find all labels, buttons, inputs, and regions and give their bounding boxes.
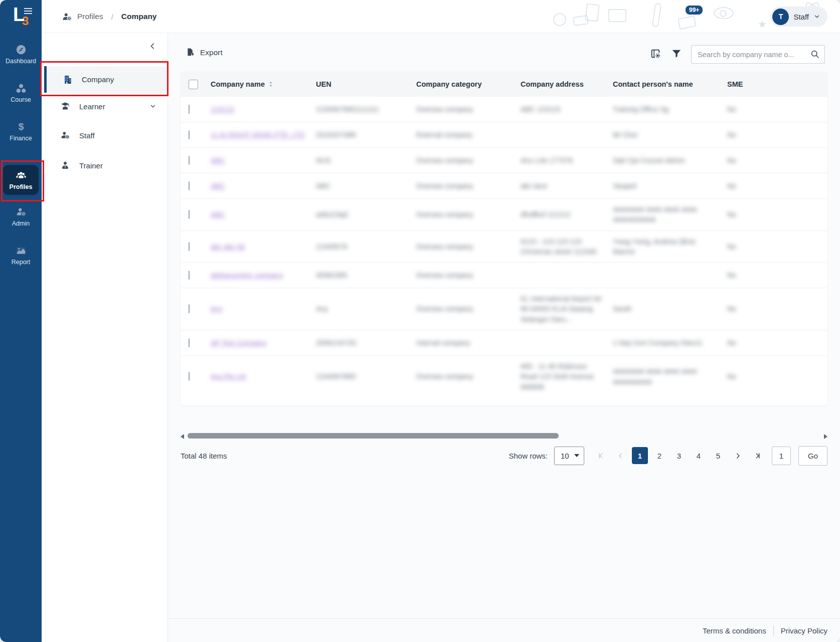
graduate-icon bbox=[60, 101, 70, 111]
app-logo[interactable]: L 3 bbox=[0, 0, 42, 33]
compass-icon bbox=[16, 44, 27, 55]
sidebar-item-finance[interactable]: $ Finance bbox=[0, 121, 42, 142]
svg-text:$: $ bbox=[18, 121, 24, 132]
avatar: T bbox=[772, 9, 789, 25]
scroll-left-arrow[interactable] bbox=[181, 434, 184, 439]
company-name-link[interactable]: Ara Pte Ltd bbox=[211, 372, 246, 380]
company-name-link[interactable]: 123123 bbox=[211, 105, 234, 113]
user-role-label: Staff bbox=[793, 13, 809, 21]
sidebar-item-dashboard[interactable]: Dashboard bbox=[0, 44, 42, 65]
row-checkbox[interactable] bbox=[189, 181, 190, 190]
breadcrumb-section[interactable]: Profiles bbox=[77, 12, 103, 21]
column-header-uen[interactable]: UEN bbox=[312, 80, 412, 88]
show-rows-label: Show rows: bbox=[509, 452, 548, 460]
column-header-address[interactable]: Company address bbox=[517, 80, 609, 88]
page-button-5[interactable]: 5 bbox=[710, 447, 726, 464]
subnav-item-staff[interactable]: Staff bbox=[42, 124, 167, 146]
column-settings-icon[interactable] bbox=[650, 48, 661, 59]
page-button-4[interactable]: 4 bbox=[691, 447, 707, 464]
user-menu[interactable]: T Staff bbox=[770, 7, 827, 27]
sort-icon[interactable] bbox=[267, 80, 275, 88]
last-page-button[interactable] bbox=[749, 447, 765, 464]
row-checkbox[interactable] bbox=[189, 242, 190, 251]
row-checkbox[interactable] bbox=[189, 105, 190, 114]
next-page-button[interactable] bbox=[730, 447, 746, 464]
person-gear-icon bbox=[16, 206, 27, 218]
go-button[interactable]: Go bbox=[798, 446, 827, 466]
company-name-link[interactable]: ABC bbox=[211, 182, 225, 190]
sme-cell: No bbox=[723, 175, 827, 196]
horizontal-scrollbar[interactable] bbox=[181, 433, 827, 439]
table-row[interactable]: ABC ABC Oversea company abc lane Vasped … bbox=[181, 173, 827, 199]
previous-page-button[interactable] bbox=[612, 447, 628, 464]
scrollbar-thumb[interactable] bbox=[188, 433, 559, 439]
page-button-2[interactable]: 2 bbox=[651, 447, 667, 464]
table-row[interactable]: ABC aAb223qC Oversea company dfsdfbsf 12… bbox=[181, 199, 827, 231]
breadcrumb-separator: / bbox=[108, 13, 116, 21]
company-name-link[interactable]: abc abc ltd bbox=[211, 243, 245, 251]
row-checkbox[interactable] bbox=[189, 304, 190, 313]
row-checkbox[interactable] bbox=[189, 130, 190, 139]
sidebar-item-course[interactable]: Course bbox=[0, 83, 42, 103]
row-checkbox[interactable] bbox=[189, 156, 190, 165]
sidebar-item-profiles[interactable]: Profiles bbox=[3, 165, 39, 195]
category-cell: Internal company bbox=[412, 332, 517, 353]
category-cell: External company bbox=[412, 124, 517, 145]
column-header-sme[interactable]: SME bbox=[723, 80, 827, 88]
row-checkbox[interactable] bbox=[189, 210, 190, 219]
sme-cell: No bbox=[723, 265, 827, 286]
table-row[interactable]: 11 AI RIGHT GEMS PTE. LTD 201920739R Ext… bbox=[181, 122, 827, 148]
sme-cell: No bbox=[723, 236, 827, 257]
export-label: Export bbox=[200, 48, 223, 57]
app-window: L 3 Dashboard Course $ Finance Profiles bbox=[0, 0, 840, 642]
rows-per-page-select[interactable]: 10 bbox=[554, 447, 584, 465]
table-row[interactable]: Any Any Oversea company KL International… bbox=[181, 288, 827, 330]
sidebar-item-admin[interactable]: Admin bbox=[0, 206, 42, 227]
company-name-link[interactable]: Any bbox=[211, 305, 223, 313]
privacy-link[interactable]: Privacy Policy bbox=[781, 626, 827, 635]
address-cell bbox=[517, 270, 609, 281]
table-row[interactable]: ABC NUS Oversea company Ans Link 177076 … bbox=[181, 148, 827, 173]
sme-cell: No bbox=[723, 99, 827, 120]
page-button-1[interactable]: 1 bbox=[632, 447, 648, 464]
table-row[interactable]: AP Test Company 200621972G Internal comp… bbox=[181, 330, 827, 356]
subnav-item-trainer[interactable]: Trainer bbox=[42, 154, 167, 176]
column-header-company-name[interactable]: Company name bbox=[207, 80, 312, 88]
subnav-item-company[interactable]: Company bbox=[44, 66, 167, 93]
subnav-item-learner[interactable]: Learner bbox=[42, 95, 167, 117]
company-name-link[interactable]: ABC bbox=[211, 156, 225, 164]
row-checkbox[interactable] bbox=[189, 338, 190, 347]
column-header-contact[interactable]: Contact person's name bbox=[609, 80, 723, 88]
scroll-right-arrow[interactable] bbox=[824, 434, 827, 439]
sidebar-item-label: Course bbox=[11, 96, 31, 103]
company-name-link[interactable]: ABC bbox=[211, 210, 225, 219]
address-cell bbox=[517, 337, 609, 348]
table-row[interactable]: 123123 12345678901111111 Oversea company… bbox=[181, 97, 827, 122]
main-content: Export Company name U bbox=[168, 33, 840, 618]
company-name-link[interactable]: 11 AI RIGHT GEMS PTE. LTD bbox=[211, 131, 305, 139]
contact-cell: 1-Sep Cert Company Own11 bbox=[609, 332, 723, 353]
table-row[interactable]: abc abc ltd 12345678 Oversea company #12… bbox=[181, 231, 827, 263]
building-icon bbox=[63, 75, 73, 85]
company-name-link[interactable]: AP Test Company bbox=[211, 339, 267, 347]
row-checkbox[interactable] bbox=[189, 271, 190, 280]
goto-page-input[interactable] bbox=[772, 447, 791, 465]
subnav-item-label: Learner bbox=[79, 102, 105, 111]
primary-sidebar: L 3 Dashboard Course $ Finance Profiles bbox=[0, 0, 42, 642]
terms-link[interactable]: Terms & conditions bbox=[703, 626, 766, 635]
row-checkbox[interactable] bbox=[189, 372, 190, 381]
company-name-link[interactable]: alphanumeric company bbox=[211, 271, 283, 279]
column-header-category[interactable]: Company category bbox=[412, 80, 517, 88]
sidebar-item-report[interactable]: Report bbox=[0, 245, 42, 266]
company-table: Company name UEN Company category Compan… bbox=[181, 72, 827, 405]
table-row[interactable]: Ara Pte Ltd 123456789D Oversea company #… bbox=[181, 356, 827, 397]
page-button-3[interactable]: 3 bbox=[671, 447, 687, 464]
search-input[interactable] bbox=[691, 45, 825, 64]
first-page-button[interactable] bbox=[593, 447, 609, 464]
search-icon[interactable] bbox=[810, 49, 820, 59]
export-button[interactable]: Export bbox=[186, 48, 223, 57]
table-row[interactable]: alphanumeric company 45582365 Oversea co… bbox=[181, 263, 827, 288]
select-all-checkbox[interactable] bbox=[189, 80, 198, 89]
filter-icon[interactable] bbox=[671, 48, 682, 59]
collapse-sidebar-button[interactable] bbox=[148, 42, 156, 50]
